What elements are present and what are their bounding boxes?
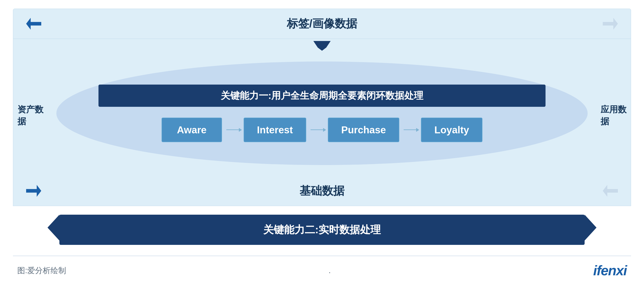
stage-arrow-3 [404, 129, 416, 130]
stages-row: Aware Interest [104, 118, 540, 142]
footer-dot: . [328, 266, 331, 275]
stage-purchase: Purchase [328, 118, 399, 142]
bottom-right-arrow-icon [603, 185, 618, 197]
bowtie-arrow-icon [309, 40, 335, 55]
capability2-section: 关键能力二:实时数据处理 [13, 215, 631, 245]
footer: 图:爱分析绘制 . ifenxi [13, 263, 631, 279]
capability1-bar: 关键能力一:用户全生命周期全要素闭环数据处理 [98, 85, 546, 107]
right-label: 应用数据 [596, 55, 631, 176]
arrow-line-icon [226, 129, 239, 130]
stage-loyalty: Loyalty [421, 118, 482, 142]
oval-container: 关键能力一:用户全生命周期全要素闭环数据处理 Aware Interest [48, 55, 596, 176]
footer-credit: 图:爱分析绘制 [17, 265, 66, 276]
main-container: 标签/画像数据 资产数据 关键能力一:用户全生命周期全要素闭环数据处理 Awar… [13, 9, 631, 287]
top-section: 标签/画像数据 [13, 9, 631, 39]
left-label: 资产数据 [13, 55, 48, 176]
separator [13, 256, 631, 256]
side-labels-row: 资产数据 关键能力一:用户全生命周期全要素闭环数据处理 Aware [13, 55, 631, 176]
capability2-wrapper: 关键能力二:实时数据处理 [60, 215, 585, 245]
stage-aware: Aware [162, 118, 222, 142]
bottom-section: 基础数据 [13, 176, 631, 206]
connector-arrow [13, 39, 631, 55]
top-right-arrow-icon [603, 18, 618, 30]
arrow-line-icon [404, 129, 416, 130]
bottom-title: 基础数据 [41, 183, 603, 199]
stage-interest: Interest [244, 118, 306, 142]
stage-arrow-1 [226, 129, 239, 130]
top-title: 标签/画像数据 [41, 16, 603, 31]
bottom-left-arrow-icon [26, 185, 41, 197]
capability2-bar: 关键能力二:实时数据处理 [60, 215, 585, 245]
stage-arrow-2 [310, 129, 324, 130]
ellipse-background: 关键能力一:用户全生命周期全要素闭环数据处理 Aware Interest [56, 61, 588, 165]
brand-logo: ifenxi [593, 263, 627, 279]
top-left-arrow-icon [26, 18, 41, 30]
middle-section: 资产数据 关键能力一:用户全生命周期全要素闭环数据处理 Aware [13, 55, 631, 176]
arrow-line-icon [310, 129, 324, 130]
